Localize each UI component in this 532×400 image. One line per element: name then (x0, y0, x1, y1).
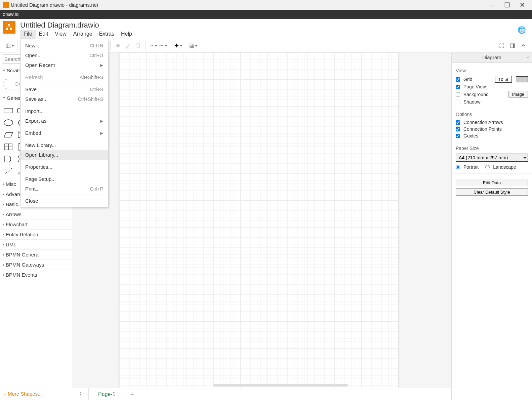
grid-label: Grid (463, 77, 493, 82)
conn-points-label: Connection Points (463, 126, 502, 132)
guides-label: Guides (463, 133, 478, 138)
format-tab-diagram[interactable]: Diagram × (452, 52, 532, 63)
pageview-label: Page View (463, 84, 486, 89)
grid-checkbox[interactable] (456, 77, 460, 82)
format-close-icon[interactable]: × (526, 54, 529, 60)
edit-data-button[interactable]: Edit Data (456, 179, 528, 186)
landscape-label: Landscape (493, 164, 516, 170)
clear-style-button[interactable]: Clear Default Style (456, 188, 528, 196)
conn-points-checkbox[interactable] (456, 127, 460, 131)
menu-edit[interactable]: Edit (36, 30, 52, 39)
maximize-button[interactable]: ☐ (504, 1, 510, 9)
format-panel-button[interactable] (508, 42, 517, 50)
shape-dashed-line[interactable] (3, 166, 14, 176)
category-bpmn-events[interactable]: BPMN Events (0, 270, 72, 280)
shadow-checkbox[interactable] (456, 100, 460, 104)
file-menu-open-library[interactable]: Open Library... (21, 150, 108, 160)
minimize-button[interactable]: ─ (490, 1, 495, 9)
more-shapes-button[interactable]: + More Shapes... (0, 388, 72, 400)
category-arrows[interactable]: Arrows (0, 209, 72, 219)
guides-checkbox[interactable] (456, 134, 460, 138)
document-title[interactable]: Untitled Diagram.drawio (20, 21, 518, 30)
background-image-button[interactable]: Image (508, 91, 528, 98)
shape-rect[interactable] (3, 106, 14, 116)
options-section-title: Options (456, 112, 528, 117)
grid-size-input[interactable] (495, 76, 512, 83)
svg-line-41 (5, 168, 12, 174)
shape-ellipse[interactable] (3, 118, 14, 128)
page-tabs: ⋮ Page-1 + (72, 388, 451, 400)
file-menu-save-as[interactable]: Save as...Ctrl+Shift+S (21, 94, 108, 104)
table-button[interactable] (190, 42, 198, 50)
splitter-handle[interactable]: ⋮ (72, 227, 74, 241)
format-tab-label: Diagram (482, 54, 501, 60)
file-menu-page-setup[interactable]: Page Setup... (21, 174, 108, 184)
svg-point-26 (4, 120, 13, 126)
header: Untitled Diagram.drawio File Edit View A… (0, 19, 532, 39)
file-menu-properties[interactable]: Properties... (21, 162, 108, 172)
category-bpmn-gateways[interactable]: BPMN Gateways (0, 260, 72, 270)
category-bpmn-general[interactable]: BPMN General (0, 250, 72, 259)
papersize-select[interactable]: A4 (210 mm x 297 mm) (456, 154, 528, 162)
papersize-title: Paper Size (456, 146, 528, 151)
line-color-button[interactable] (124, 42, 132, 50)
fullscreen-button[interactable] (498, 42, 506, 50)
menu-arrange[interactable]: Arrange (70, 30, 96, 39)
shadow-button[interactable] (134, 42, 142, 50)
waypoint-button[interactable] (159, 42, 167, 50)
shape-parallelogram[interactable] (3, 130, 14, 140)
diagram-page[interactable] (119, 52, 398, 388)
category-entity-relation[interactable]: Entity Relation (0, 230, 72, 239)
page-tab-1[interactable]: Page-1 (89, 388, 125, 400)
file-menu-print[interactable]: Print...Ctrl+P (21, 184, 108, 194)
canvas-scroll[interactable] (72, 52, 451, 388)
horizontal-scrollbar[interactable] (213, 384, 348, 387)
file-menu-new[interactable]: New...Ctrl+N (21, 41, 108, 50)
format-panel: Diagram × View Grid Page View Background… (451, 52, 532, 400)
portrait-label: Portrait (463, 164, 479, 170)
app-subbar: draw.io (0, 10, 532, 19)
add-page-button[interactable]: + (125, 390, 139, 399)
insert-button[interactable]: + (174, 42, 182, 50)
collapse-button[interactable] (519, 42, 527, 50)
shape-grid[interactable] (3, 142, 14, 152)
portrait-radio[interactable] (456, 165, 460, 169)
menu-help[interactable]: Help (118, 30, 135, 39)
view-mode-button[interactable] (6, 42, 14, 50)
conn-arrows-checkbox[interactable] (456, 120, 460, 125)
language-icon[interactable]: 🌐 (518, 26, 526, 34)
close-window-button[interactable]: ✕ (520, 1, 525, 9)
landscape-radio[interactable] (485, 165, 490, 169)
page-tabs-menu[interactable]: ⋮ (72, 388, 89, 400)
svg-rect-12 (190, 44, 194, 47)
connection-button[interactable] (149, 42, 157, 50)
pageview-checkbox[interactable] (456, 85, 460, 89)
file-menu-dropdown: New...Ctrl+NOpen...Ctrl+OOpen Recent▶Ref… (20, 39, 108, 207)
file-menu-open-recent[interactable]: Open Recent▶ (21, 60, 108, 70)
shape-and[interactable] (3, 154, 14, 164)
file-menu-open[interactable]: Open...Ctrl+O (21, 50, 108, 60)
fill-color-button[interactable] (114, 42, 122, 50)
window-title: Untitled Diagram.drawio - diagrams.net (11, 2, 490, 8)
svg-rect-18 (513, 44, 515, 48)
file-menu-refresh: RefreshAlt+Shift+S (21, 72, 108, 82)
window-titlebar: Untitled Diagram.drawio - diagrams.net ─… (0, 0, 532, 10)
file-menu-embed[interactable]: Embed▶ (21, 128, 108, 138)
svg-rect-2 (10, 28, 12, 30)
app-icon-small (3, 2, 9, 8)
file-menu-close[interactable]: Close (21, 196, 108, 206)
file-menu-export-as[interactable]: Export as▶ (21, 116, 108, 126)
canvas-area: ⋮ Page-1 + (72, 52, 451, 400)
file-menu-save[interactable]: SaveCtrl+S (21, 84, 108, 94)
category-flowchart[interactable]: Flowchart (0, 219, 72, 229)
background-checkbox[interactable] (456, 92, 460, 96)
grid-color-swatch[interactable] (516, 76, 528, 82)
menu-file[interactable]: File (20, 30, 36, 39)
menubar: File Edit View Arrange Extras Help (20, 30, 518, 39)
file-menu-new-library[interactable]: New Library... (21, 140, 108, 150)
svg-rect-3 (6, 44, 10, 48)
menu-view[interactable]: View (51, 30, 70, 39)
file-menu-import[interactable]: Import... (21, 106, 108, 116)
category-uml[interactable]: UML (0, 240, 72, 249)
menu-extras[interactable]: Extras (96, 30, 118, 39)
